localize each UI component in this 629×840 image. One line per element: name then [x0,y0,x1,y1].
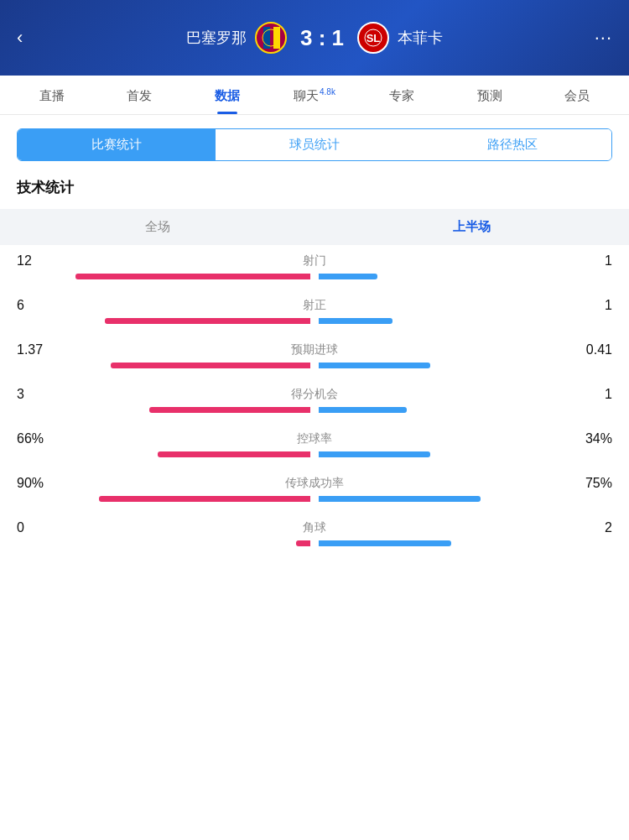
bar-left-container [17,407,310,413]
bar-left [296,540,311,546]
stat-bars [17,540,612,546]
stat-bars [17,274,612,279]
stat-label: 射正 [67,298,562,313]
sub-tab-heatmap[interactable]: 路径热区 [413,129,611,160]
bar-right [319,363,430,368]
bar-left-container [17,540,310,546]
tab-chat[interactable]: 聊天4.8k [271,76,358,114]
stats-list: 12 射门 1 6 射正 1 [0,253,629,546]
period-first-half[interactable]: 上半场 [314,209,629,245]
stat-row: 0 角球 2 [17,520,612,546]
section-title: 技术统计 [0,175,629,209]
stat-left-value: 3 [17,387,67,402]
svg-rect-2 [270,27,273,49]
stat-row: 90% 传球成功率 75% [17,476,612,502]
more-button[interactable]: ··· [579,27,612,49]
back-button[interactable]: ‹ [17,27,50,49]
stat-label: 传球成功率 [67,476,562,491]
stat-label: 角球 [67,520,562,535]
stat-left-value: 6 [17,298,67,313]
svg-text:SL: SL [366,32,381,44]
stat-row: 3 得分机会 1 [17,387,612,413]
tab-vip[interactable]: 会员 [533,76,621,114]
bar-left [111,363,310,368]
stat-label: 射门 [67,253,562,269]
bar-left [75,274,310,279]
bar-left-container [17,274,310,279]
stat-values: 90% 传球成功率 75% [17,476,612,491]
stat-values: 66% 控球率 34% [17,431,612,446]
stat-bars [17,496,612,502]
stat-row: 66% 控球率 34% [17,431,612,457]
bar-right [319,451,430,457]
home-team-name: 巴塞罗那 [186,28,247,48]
stat-left-value: 0 [17,520,67,535]
match-info: 巴塞罗那 3 : 1 SL 本菲卡 [50,22,579,54]
away-team-logo: SL [357,22,389,54]
stat-label: 预期进球 [67,342,562,357]
stat-left-value: 90% [17,476,67,491]
away-team-name: 本菲卡 [398,28,443,48]
bar-right-container [319,318,612,324]
stat-values: 0 角球 2 [17,520,612,535]
period-toggle: 全场 上半场 [0,209,629,245]
stat-row: 12 射门 1 [17,253,612,279]
bar-right-container [319,451,612,457]
sub-tabs: 比赛统计 球员统计 路径热区 [17,128,612,161]
stat-left-value: 1.37 [17,342,67,357]
bar-right [319,274,377,279]
stat-row: 1.37 预期进球 0.41 [17,342,612,368]
tab-predict[interactable]: 预测 [445,76,533,114]
stat-right-value: 75% [562,476,612,491]
tab-lineup[interactable]: 首发 [96,76,183,114]
bar-left-container [17,451,310,457]
bar-right-container [319,496,612,502]
sub-tab-match-stats[interactable]: 比赛统计 [18,129,216,160]
stat-values: 3 得分机会 1 [17,387,612,402]
stat-right-value: 2 [562,520,612,535]
stat-left-value: 12 [17,253,67,269]
stat-right-value: 1 [562,298,612,313]
stat-left-value: 66% [17,431,67,446]
bar-right [319,407,407,413]
bar-left-container [17,496,310,502]
bar-right [319,540,451,546]
bar-right-container [319,407,612,413]
chat-badge: 4.8k [320,87,335,97]
stat-row: 6 射正 1 [17,298,612,324]
stat-right-value: 34% [562,431,612,446]
stat-values: 1.37 预期进球 0.41 [17,342,612,357]
stat-values: 12 射门 1 [17,253,612,269]
bar-right-container [319,540,612,546]
bar-right-container [319,363,612,368]
match-score: 3 : 1 [300,25,344,51]
stat-bars [17,363,612,368]
stat-bars [17,318,612,324]
bar-left [158,451,310,457]
stat-bars [17,451,612,457]
stat-label: 得分机会 [67,387,562,402]
home-team-logo [255,22,287,54]
stat-right-value: 1 [562,253,612,269]
bar-left [105,318,310,324]
nav-tabs: 直播 首发 数据 聊天4.8k 专家 预测 会员 [0,76,629,115]
bar-right [319,496,481,502]
sub-tab-player-stats[interactable]: 球员统计 [216,129,413,160]
bar-right-container [319,274,612,279]
tab-live[interactable]: 直播 [8,76,96,114]
bar-left [149,407,311,413]
bar-right [319,318,392,324]
period-full[interactable]: 全场 [0,209,314,245]
bar-left [99,496,310,502]
stat-right-value: 0.41 [562,342,612,357]
stat-values: 6 射正 1 [17,298,612,313]
tab-expert[interactable]: 专家 [358,76,445,114]
bar-left-container [17,363,310,368]
stat-right-value: 1 [562,387,612,402]
bar-left-container [17,318,310,324]
stat-label: 控球率 [67,431,562,446]
header: ‹ 巴塞罗那 3 : 1 SL 本菲卡 ··· [0,0,629,76]
stat-bars [17,407,612,413]
tab-data[interactable]: 数据 [184,76,271,114]
